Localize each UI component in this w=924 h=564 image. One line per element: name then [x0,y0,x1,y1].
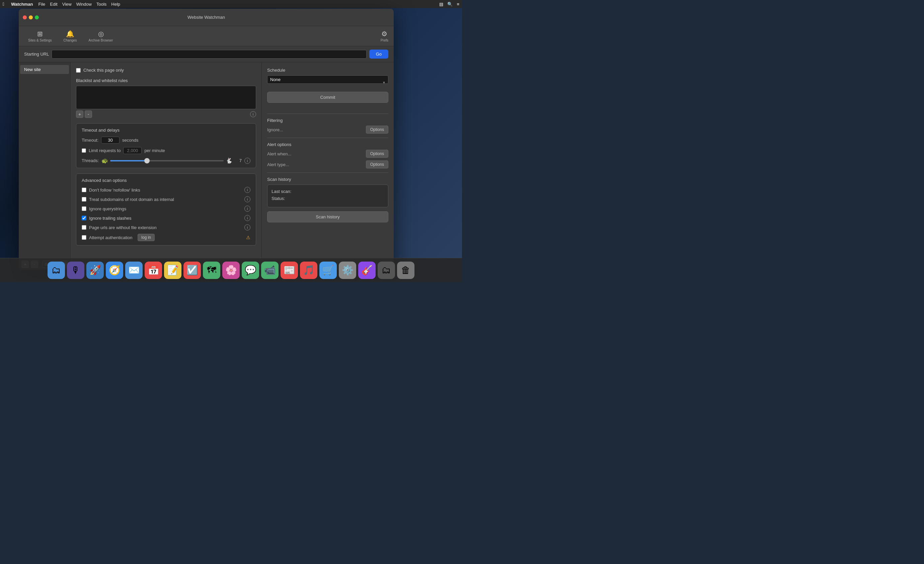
toolbar-sites-settings[interactable]: ⊞ Sites & Settings [24,28,56,44]
dock-reminders[interactable]: ☑️ [183,262,201,279]
go-button[interactable]: Go [369,50,388,59]
opt4-checkbox[interactable] [82,216,86,220]
toolbar: ⊞ Sites & Settings 🔔 Changes ◎ Archive B… [19,26,394,46]
dock-finder[interactable]: 🗂 [48,262,65,279]
schedule-select[interactable]: None Hourly Daily Weekly [267,75,388,84]
adv-row-2: Treat subdomains of root domain as inter… [82,196,250,202]
threads-row: Threads: 🐢 🐇 7 i [82,157,250,164]
threads-info-icon[interactable]: i [244,158,250,164]
minimize-button[interactable] [29,15,33,20]
adv-row-5: Page urls are without file extension i [82,224,250,230]
url-input[interactable] [51,50,366,59]
traffic-lights [23,15,39,20]
main-content: New site Check this page only Blacklist … [19,62,394,270]
dock-music[interactable]: 🎵 [300,262,317,279]
dock-sysprefs[interactable]: ⚙️ [339,262,356,279]
timeout-section: Timeout and delays Timeout: seconds Limi… [76,123,256,168]
limit-requests-input[interactable] [123,147,142,154]
dock-mail[interactable]: ✉️ [125,262,142,279]
control-center-icon[interactable]: ▤ [439,2,443,7]
dock-messages[interactable]: 💬 [242,262,259,279]
dock-instruments[interactable]: 🎸 [358,262,376,279]
remove-rule-button[interactable]: - [85,111,92,118]
menu-view[interactable]: View [62,2,72,7]
opt3-checkbox[interactable] [82,206,86,211]
schedule-select-wrapper: None Hourly Daily Weekly ▼ [267,75,388,89]
dock-news[interactable]: 📰 [280,262,298,279]
menu-tools[interactable]: Tools [96,2,106,7]
schedule-title: Schedule [267,68,388,73]
menu-items: File Edit View Window Tools Help [38,2,120,7]
opt5-info-icon[interactable]: i [244,224,250,230]
alert-type-options-button[interactable]: Options [366,161,388,168]
scan-history-button[interactable]: Scan history [267,211,388,223]
timeout-input[interactable] [101,137,120,144]
opt1-label: Don't follow 'nofollow' links [89,188,140,193]
toolbar-archive-browser[interactable]: ◎ Archive Browser [85,28,117,44]
dock-maps[interactable]: 🗺 [203,262,220,279]
check-page-only-label: Check this page only [83,68,124,73]
close-button[interactable] [23,15,27,20]
dock-facetime[interactable]: 📹 [261,262,279,279]
alert-when-text: Alert when... [267,151,291,156]
rules-buttons: + - [76,111,92,118]
limit-requests-checkbox[interactable] [82,148,86,153]
app-name[interactable]: Watchman [11,2,33,7]
commit-button[interactable]: Commit [267,92,388,103]
toolbar-changes[interactable]: 🔔 Changes [58,28,82,44]
scan-history-title: Scan history [267,177,388,182]
dock-appstore[interactable]: 🛒 [320,262,337,279]
opt5-checkbox[interactable] [82,225,86,230]
sites-settings-icon: ⊞ [37,30,43,38]
dock-notes[interactable]: 📝 [164,262,182,279]
menu-edit[interactable]: Edit [50,2,57,7]
url-label: Starting URL [24,51,49,57]
filtering-options-button[interactable]: Options [366,126,388,134]
opt2-label: Treat subdomains of root domain as inter… [89,197,174,202]
divider-2 [267,138,388,138]
opt2-checkbox[interactable] [82,197,86,202]
alert-section: Alert when... Options Alert type... Opti… [267,150,388,168]
search-icon[interactable]: 🔍 [447,2,453,7]
add-rule-button[interactable]: + [76,111,83,118]
turtle-icon: 🐢 [102,157,108,164]
last-scan-label: Last scan: [272,189,291,194]
dock-safari[interactable]: 🧭 [106,262,123,279]
list-icon[interactable]: ≡ [457,2,459,7]
login-button[interactable]: log in [138,234,154,241]
toolbar-prefs[interactable]: ⚙ Prefs [381,30,388,42]
menu-help[interactable]: Help [111,2,120,7]
alert-when-options-button[interactable]: Options [366,150,388,158]
alert-type-text: Alert type... [267,162,289,167]
limit-requests-unit: per minute [144,148,165,153]
blacklist-info-icon[interactable]: i [250,111,256,117]
dock-launchpad[interactable]: 🚀 [86,262,104,279]
opt4-info-icon[interactable]: i [244,215,250,221]
sidebar-item-new-site[interactable]: New site [20,65,69,74]
right-panel: Schedule None Hourly Daily Weekly ▼ Comm… [261,62,394,270]
divider-3 [267,173,388,173]
menu-window[interactable]: Window [76,2,92,7]
maximize-button[interactable] [35,15,39,20]
limit-requests-label: Limit requests to [89,148,120,153]
advanced-title: Advanced scan options [82,178,250,183]
opt1-checkbox[interactable] [82,188,86,192]
menu-file[interactable]: File [38,2,45,7]
dock-calendar[interactable]: 📅 [145,262,162,279]
opt3-info-icon[interactable]: i [244,206,250,212]
center-panel: Check this page only Blacklist and white… [70,62,261,270]
dock: 🗂 🎙 🚀 🧭 ✉️ 📅 📝 ☑️ 🗺 🌸 💬 📹 📰 🎵 🛒 ⚙️ 🎸 🗂 🗑 [0,258,462,282]
dock-photos[interactable]: 🌸 [222,262,240,279]
dock-siri[interactable]: 🎙 [67,262,84,279]
check-page-only-checkbox[interactable] [76,68,81,73]
dock-trash[interactable]: 🗑 [397,262,414,279]
apple-menu[interactable]:  [3,2,4,7]
alert-type-row: Alert type... Options [267,161,388,168]
threads-slider[interactable] [110,160,224,161]
opt1-info-icon[interactable]: i [244,187,250,193]
opt2-info-icon[interactable]: i [244,196,250,202]
dock-stack[interactable]: 🗂 [378,262,395,279]
rules-textarea[interactable] [76,86,256,109]
auth-checkbox[interactable] [82,235,86,240]
archive-icon: ◎ [98,30,104,38]
